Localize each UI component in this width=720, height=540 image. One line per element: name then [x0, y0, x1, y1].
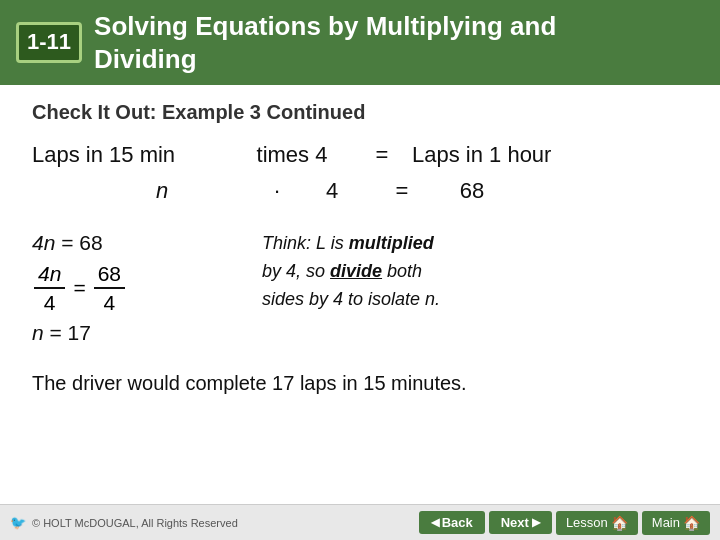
- numerator-4n: 4n: [34, 260, 65, 289]
- equation-row-1: Laps in 15 min times 4 = Laps in 1 hour: [32, 142, 688, 168]
- think-divide: divide: [330, 261, 382, 281]
- back-arrow-icon: ◀: [431, 516, 439, 529]
- footer: 🐦 © HOLT McDOUGAL, All Rights Reserved ◀…: [0, 504, 720, 540]
- times-label: times 4: [232, 142, 352, 168]
- think-both: both: [382, 261, 422, 281]
- step1-4n: 4n: [32, 231, 55, 254]
- step-3: n = 17: [32, 316, 232, 350]
- main-icon: 🏠: [683, 515, 700, 531]
- header: 1-11 Solving Equations by Multiplying an…: [0, 0, 720, 85]
- section-title: Check It Out: Example 3 Continued: [32, 101, 688, 124]
- times-4-text: times 4: [257, 142, 328, 167]
- value-68: 68: [432, 178, 512, 204]
- nav-buttons: ◀ Back Next ▶ Lesson 🏠 Main 🏠: [419, 511, 710, 535]
- laps-label: Laps in 15 min: [32, 142, 232, 168]
- think-sides: sides by 4 to isolate n.: [262, 289, 440, 309]
- think-multiplied: multiplied: [349, 233, 434, 253]
- header-title: Solving Equations by Multiplying and Div…: [94, 10, 556, 75]
- copyright-area: 🐦 © HOLT McDOUGAL, All Rights Reserved: [10, 515, 238, 530]
- step3-result: = 17: [44, 321, 91, 344]
- equals-op-2: =: [372, 178, 432, 204]
- main-content: Check It Out: Example 3 Continued Laps i…: [0, 85, 720, 405]
- back-button[interactable]: ◀ Back: [419, 511, 485, 534]
- number-4: 4: [292, 178, 372, 204]
- badge-text: 1-11: [27, 29, 71, 54]
- work-area: 4n = 68 4n 4 = 68 4 n = 17 Think: L is m…: [32, 226, 688, 350]
- think-prefix: Think: L is: [262, 233, 349, 253]
- step-2-fraction: 4n 4 = 68 4: [32, 260, 232, 317]
- copyright-text: © HOLT McDOUGAL, All Rights Reserved: [32, 517, 238, 529]
- equals-op-1: =: [352, 142, 412, 168]
- laps-in-1-hour-label: Laps in 1 hour: [412, 142, 612, 168]
- lesson-label: Lesson: [566, 515, 608, 530]
- back-label: Back: [442, 515, 473, 530]
- work-steps: 4n = 68 4n 4 = 68 4 n = 17: [32, 226, 232, 350]
- logo-placeholder: 🐦: [10, 515, 26, 530]
- header-title-line1: Solving Equations by Multiplying and: [94, 11, 556, 41]
- lesson-icon: 🏠: [611, 515, 628, 531]
- conclusion-text: The driver would complete 17 laps in 15 …: [32, 372, 688, 395]
- laps-in-15-text: Laps in 15 min: [32, 142, 175, 167]
- denominator-4b: 4: [99, 289, 119, 316]
- fraction-68-over-4: 68 4: [94, 260, 125, 317]
- equation-row-2: n · 4 = 68: [32, 178, 688, 204]
- denominator-4: 4: [40, 289, 60, 316]
- numerator-68: 68: [94, 260, 125, 289]
- dot-operator: ·: [262, 178, 292, 204]
- step1-eq: = 68: [55, 231, 102, 254]
- think-by4: by 4, so: [262, 261, 330, 281]
- lesson-button[interactable]: Lesson 🏠: [556, 511, 638, 535]
- step2-equals: =: [73, 273, 85, 302]
- n-text: n: [156, 178, 168, 203]
- next-label: Next: [501, 515, 529, 530]
- lesson-badge: 1-11: [16, 22, 82, 62]
- variable-n: n: [62, 178, 262, 204]
- think-box: Think: L is multiplied by 4, so divide b…: [262, 230, 440, 314]
- main-button[interactable]: Main 🏠: [642, 511, 710, 535]
- main-label: Main: [652, 515, 680, 530]
- laps-1-hour-text: Laps in 1 hour: [412, 142, 551, 167]
- fraction-4n-over-4: 4n 4: [34, 260, 65, 317]
- header-title-line2: Dividing: [94, 44, 197, 74]
- next-button[interactable]: Next ▶: [489, 511, 552, 534]
- step3-n: n: [32, 321, 44, 344]
- next-arrow-icon: ▶: [532, 516, 540, 529]
- step-1: 4n = 68: [32, 226, 232, 260]
